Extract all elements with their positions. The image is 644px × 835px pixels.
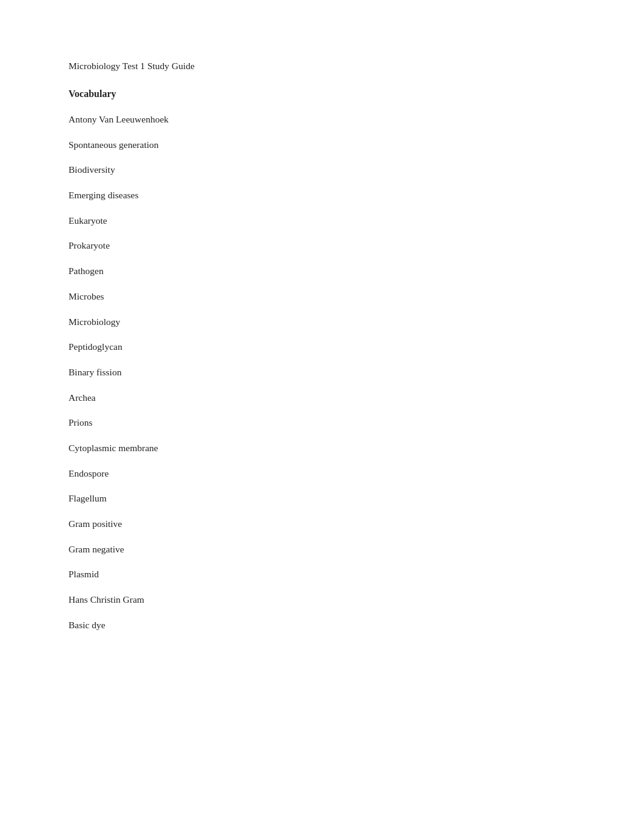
list-item: Gram negative bbox=[69, 543, 608, 556]
document-title: Microbiology Test 1 Study Guide bbox=[69, 61, 608, 72]
list-item: Flagellum bbox=[69, 492, 608, 505]
section-heading: Vocabulary bbox=[69, 89, 608, 99]
list-item: Plasmid bbox=[69, 568, 608, 581]
list-item: Endospore bbox=[69, 467, 608, 480]
list-item: Antony Van Leeuwenhoek bbox=[69, 113, 608, 126]
list-item: Spontaneous generation bbox=[69, 138, 608, 152]
list-item: Microbes bbox=[69, 290, 608, 303]
list-item: Eukaryote bbox=[69, 214, 608, 227]
list-item: Emerging diseases bbox=[69, 189, 608, 202]
list-item: Peptidoglycan bbox=[69, 340, 608, 354]
list-item: Prions bbox=[69, 416, 608, 429]
vocabulary-section: Vocabulary Antony Van Leeuwenhoek Sponta… bbox=[69, 89, 608, 631]
list-item: Basic dye bbox=[69, 619, 608, 632]
list-item: Biodiversity bbox=[69, 163, 608, 176]
list-item: Cytoplasmic membrane bbox=[69, 441, 608, 455]
list-item: Microbiology bbox=[69, 315, 608, 329]
list-item: Prokaryote bbox=[69, 239, 608, 252]
list-item: Binary fission bbox=[69, 366, 608, 379]
page-container: Microbiology Test 1 Study Guide Vocabula… bbox=[0, 0, 644, 704]
list-item: Pathogen bbox=[69, 264, 608, 278]
list-item: Hans Christin Gram bbox=[69, 593, 608, 606]
list-item: Archea bbox=[69, 391, 608, 404]
list-item: Gram positive bbox=[69, 517, 608, 531]
